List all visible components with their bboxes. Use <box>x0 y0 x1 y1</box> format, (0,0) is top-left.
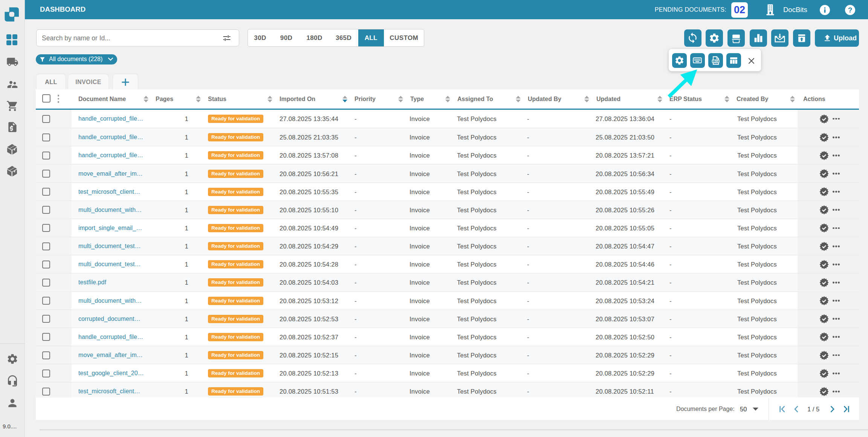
svg-text:?: ? <box>848 6 853 14</box>
svg-text:LOG: LOG <box>713 60 718 62</box>
